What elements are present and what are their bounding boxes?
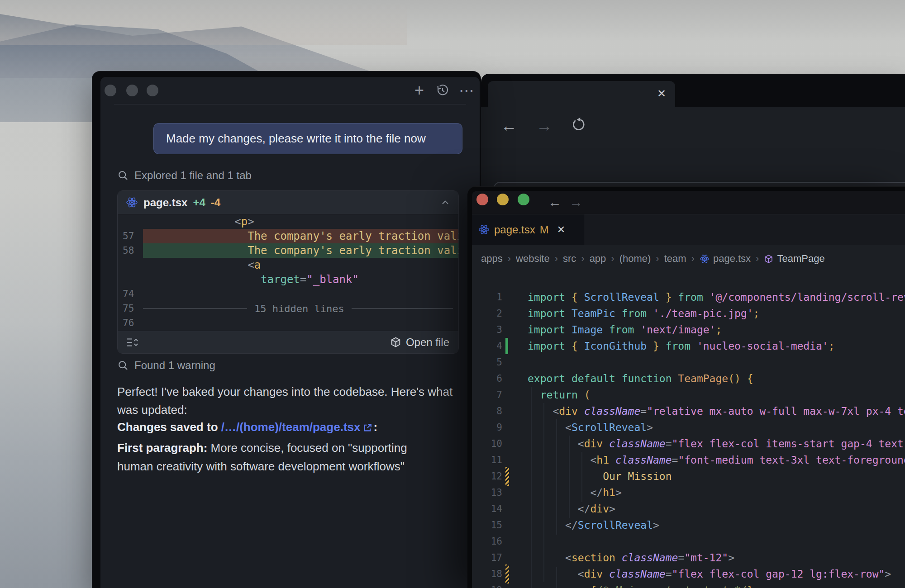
code-line[interactable]: 13 </h1> <box>472 484 905 501</box>
warning-status-row[interactable]: Found 1 warning <box>118 359 215 372</box>
expand-lines-icon[interactable] <box>127 337 139 348</box>
breadcrumb-item-src[interactable]: src <box>563 253 576 265</box>
open-file-label: Open file <box>406 336 449 349</box>
line-number: 3 <box>472 324 502 335</box>
code-line[interactable]: 6export default function TeamPage() { <box>472 370 905 387</box>
breadcrumb[interactable]: apps›website›src›app›(home)›team›page.ts… <box>472 245 905 273</box>
browser-tab[interactable]: ✕ <box>488 81 675 107</box>
breadcrumb-item-app[interactable]: app <box>590 253 606 265</box>
modified-line-marker <box>505 467 509 486</box>
code-line[interactable]: 7 return ( <box>472 387 905 403</box>
code-line[interactable]: 2import TeamPic from './team-pic.jpg'; <box>472 305 905 322</box>
close-tab-icon[interactable]: ✕ <box>557 224 565 236</box>
user-message-bubble: Made my changes, please write it into th… <box>153 123 462 154</box>
breadcrumb-separator: › <box>756 253 759 265</box>
more-options-icon[interactable]: ⋯ <box>459 77 474 104</box>
code-line[interactable]: 18 <div className="flex flex-col gap-12 … <box>472 566 905 582</box>
line-number: 11 <box>472 455 502 465</box>
chevron-up-icon[interactable] <box>440 198 450 208</box>
code-line[interactable]: 16 <box>472 533 905 550</box>
diff-card-footer: Open file <box>118 331 458 353</box>
code-line[interactable]: 8 <div className="relative mx-auto w-ful… <box>472 403 905 419</box>
code-line[interactable]: 19 {/* Main content start */} <box>472 582 905 588</box>
code-line[interactable]: 10 <div className="flex flex-col items-s… <box>472 436 905 452</box>
zoom-window-button[interactable] <box>147 85 158 96</box>
assistant-panel: + ⋯ Made my changes, please write it int… <box>100 77 480 588</box>
code-line[interactable]: 11 <h1 className="font-medium text-3xl t… <box>472 452 905 468</box>
code-line[interactable]: 15 </ScrollReveal> <box>472 517 905 533</box>
reload-icon[interactable] <box>571 117 586 135</box>
diff-card-header[interactable]: page.tsx +4 -4 <box>118 191 458 214</box>
new-thread-button[interactable]: + <box>414 77 424 104</box>
diff-line-number: 76 <box>118 316 143 330</box>
breadcrumb-item-pagetsx[interactable]: page.tsx <box>700 253 751 265</box>
line-number: 14 <box>472 503 502 514</box>
react-icon <box>126 196 138 209</box>
package-box-icon <box>390 337 401 348</box>
close-tab-icon[interactable]: ✕ <box>657 87 666 100</box>
saved-file-link[interactable]: /…/(home)/team/page.tsx <box>221 420 361 434</box>
code-line[interactable]: 9 <ScrollReveal> <box>472 419 905 436</box>
editor-window: ← → page.tsx M ✕ apps›website›src›app›(h… <box>467 186 905 588</box>
divider <box>114 104 466 104</box>
code-line[interactable]: 17 <section className="mt-12"> <box>472 550 905 566</box>
diff-row: 76 <box>118 316 458 330</box>
cube-icon <box>764 254 773 264</box>
line-number: 7 <box>472 389 502 400</box>
code-line[interactable]: 12 Our Mission <box>472 468 905 484</box>
line-number: 1 <box>472 292 502 303</box>
editor-tab-page-tsx[interactable]: page.tsx M ✕ <box>472 214 584 245</box>
navigate-back-button[interactable]: ← <box>548 193 562 211</box>
modified-badge: M <box>540 223 549 236</box>
breadcrumb-item-teampage[interactable]: TeamPage <box>764 253 824 265</box>
changes-saved-line: Changes saved to /…/(home)/team/page.tsx… <box>117 418 475 437</box>
back-button[interactable]: ← <box>501 118 517 134</box>
diff-row: 57 The company's early traction validat <box>118 229 458 243</box>
line-number: 17 <box>472 552 502 563</box>
line-number: 18 <box>472 569 502 579</box>
breadcrumb-item-team[interactable]: team <box>664 253 686 265</box>
fog-haze <box>0 0 407 45</box>
colon: : <box>373 420 377 434</box>
breadcrumb-item-home[interactable]: (home) <box>619 253 651 265</box>
code-line[interactable]: 3import Image from 'next/image'; <box>472 322 905 338</box>
breadcrumb-separator: › <box>611 253 614 265</box>
forward-button[interactable]: → <box>536 118 553 134</box>
close-window-button[interactable] <box>105 85 116 96</box>
navigate-forward-button[interactable]: → <box>569 193 583 211</box>
minimize-window-button[interactable] <box>497 194 509 205</box>
breadcrumb-item-apps[interactable]: apps <box>481 253 503 265</box>
hidden-lines-divider[interactable]: 15 hidden lines <box>143 301 458 316</box>
editor-panel: ← → page.tsx M ✕ apps›website›src›app›(h… <box>472 191 905 588</box>
code-line[interactable]: 1import { ScrollReveal } from '@/compone… <box>472 289 905 305</box>
breadcrumb-separator: › <box>691 253 695 265</box>
diff-card: page.tsx +4 -4 <p>57 The company's early… <box>117 190 459 354</box>
tab-file-name: page.tsx <box>494 223 535 236</box>
line-number: 10 <box>472 438 502 449</box>
line-number: 15 <box>472 520 502 531</box>
zoom-window-button[interactable] <box>518 194 529 205</box>
open-file-button[interactable]: Open file <box>390 336 449 349</box>
minimize-window-button[interactable] <box>126 85 138 96</box>
breadcrumb-separator: › <box>656 253 659 265</box>
line-number: 8 <box>472 406 502 417</box>
modified-line-marker <box>505 564 509 583</box>
line-number: 2 <box>472 308 502 319</box>
react-icon <box>700 254 710 264</box>
code-editor[interactable]: 1import { ScrollReveal } from '@/compone… <box>472 273 905 588</box>
explored-status-row[interactable]: Explored 1 file and 1 tab <box>118 169 252 182</box>
external-link-icon[interactable] <box>363 419 372 437</box>
code-line[interactable]: 14 </div> <box>472 501 905 517</box>
first-paragraph-label: First paragraph: <box>117 441 207 455</box>
diff-code-preview: <p>57 The company's early traction valid… <box>118 214 458 331</box>
code-line[interactable]: 5 <box>472 354 905 370</box>
code-line[interactable]: 4import { IconGithub } from 'nucleo-soci… <box>472 338 905 354</box>
breadcrumb-item-website[interactable]: website <box>516 253 550 265</box>
diff-row: <p> <box>118 214 458 229</box>
diff-line-number <box>118 214 143 229</box>
history-icon[interactable] <box>435 77 450 104</box>
diff-row: target="_blank" <box>118 272 458 287</box>
close-window-button[interactable] <box>476 194 488 205</box>
diff-row: 58 The company's early traction validat <box>118 243 458 258</box>
assistant-paragraph: Perfect! I've baked your changes into th… <box>117 383 456 419</box>
